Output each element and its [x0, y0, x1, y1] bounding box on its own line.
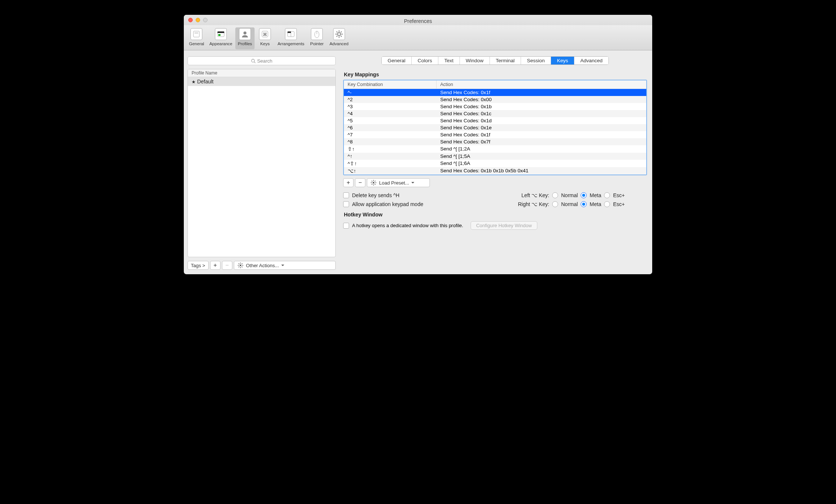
- toolbar-item-profiles[interactable]: Profiles: [235, 27, 255, 49]
- svg-point-22: [252, 59, 255, 62]
- left-opt-normal-radio[interactable]: [552, 192, 558, 198]
- remove-mapping-button[interactable]: −: [355, 178, 365, 187]
- key-mapping-row[interactable]: ^⇧↑Send ^[ [1;6A: [344, 160, 646, 167]
- action-cell: Send Hex Codes: 0x1f: [437, 131, 646, 138]
- hotkey-checkbox[interactable]: [343, 223, 349, 229]
- key-mapping-row[interactable]: ^2Send Hex Codes: 0x00: [344, 96, 646, 103]
- tab-terminal[interactable]: Terminal: [490, 57, 521, 64]
- key-mapping-row[interactable]: ^↑Send ^[ [1;5A: [344, 153, 646, 160]
- left-opt-meta-radio[interactable]: [581, 192, 587, 198]
- checkbox-icon[interactable]: [343, 201, 349, 207]
- tab-general[interactable]: General: [382, 57, 412, 64]
- key-mapping-row[interactable]: ^8Send Hex Codes: 0x7f: [344, 138, 646, 145]
- tab-window[interactable]: Window: [460, 57, 490, 64]
- key-mappings-table[interactable]: Key Combination Action ^-Send Hex Codes:…: [343, 80, 647, 175]
- toolbar-item-general[interactable]: General: [187, 27, 206, 49]
- normal-label: Normal: [561, 201, 578, 207]
- tab-session[interactable]: Session: [521, 57, 551, 64]
- main-panel: GeneralColorsTextWindowTerminalSessionKe…: [342, 56, 648, 270]
- action-cell: Send Hex Codes: 0x1e: [437, 124, 646, 131]
- toolbar-item-label: General: [189, 42, 204, 46]
- key-combo-cell: ^2: [344, 96, 437, 103]
- zoom-icon[interactable]: [203, 18, 208, 22]
- toolbar-item-appearance[interactable]: Appearance: [207, 27, 235, 49]
- right-opt-meta-radio[interactable]: [581, 201, 587, 207]
- right-opt-normal-radio[interactable]: [552, 201, 558, 207]
- minimize-icon[interactable]: [196, 18, 200, 22]
- other-actions-button[interactable]: Other Actions...: [234, 261, 336, 270]
- svg-line-23: [254, 62, 255, 63]
- hotkey-option: A hotkey opens a dedicated window with t…: [343, 221, 647, 230]
- left-opt-label: Left ⌥ Key:: [521, 192, 549, 198]
- allow-keypad-option[interactable]: Allow application keypad mode: [343, 201, 423, 207]
- key-mapping-row[interactable]: ^-Send Hex Codes: 0x1f: [344, 89, 646, 96]
- tab-keys[interactable]: Keys: [551, 57, 574, 64]
- svg-line-29: [238, 263, 239, 264]
- tab-text[interactable]: Text: [438, 57, 460, 64]
- preferences-window: Preferences GeneralAppearanceProfiles⌘Ke…: [184, 15, 652, 274]
- load-preset-button[interactable]: Load Preset...: [367, 178, 430, 187]
- col-key-combination[interactable]: Key Combination: [344, 80, 437, 89]
- gear-icon: [370, 179, 377, 186]
- svg-point-24: [239, 265, 241, 266]
- arrangements-icon: [285, 28, 297, 40]
- profiles-icon: [239, 28, 251, 40]
- action-cell: Send Hex Codes: 0x1d: [437, 117, 646, 124]
- sidebar: Search Profile Name ★ Default Tags > + −…: [188, 56, 336, 270]
- appearance-icon: [215, 28, 227, 40]
- subtabs: GeneralColorsTextWindowTerminalSessionKe…: [342, 56, 648, 65]
- tags-button[interactable]: Tags >: [188, 261, 209, 270]
- toolbar-item-label: Keys: [260, 42, 270, 46]
- close-icon[interactable]: [188, 18, 193, 22]
- key-combo-cell: ⌥↑: [344, 167, 437, 175]
- col-action[interactable]: Action: [437, 80, 646, 89]
- svg-line-19: [341, 36, 342, 37]
- toolbar-item-pointer[interactable]: Pointer: [307, 27, 326, 49]
- add-mapping-button[interactable]: +: [343, 178, 354, 187]
- delete-sends-option[interactable]: Delete key sends ^H: [343, 192, 423, 198]
- toolbar: GeneralAppearanceProfiles⌘KeysArrangemen…: [184, 25, 652, 50]
- key-combo-cell: ^4: [344, 110, 437, 117]
- toolbar-item-label: Arrangements: [278, 42, 304, 46]
- svg-line-21: [341, 32, 342, 33]
- svg-point-5: [243, 32, 246, 34]
- toolbar-item-keys[interactable]: ⌘Keys: [255, 27, 275, 49]
- add-profile-button[interactable]: +: [210, 261, 220, 270]
- key-mapping-row[interactable]: ^6Send Hex Codes: 0x1e: [344, 124, 646, 131]
- toolbar-item-advanced[interactable]: Advanced: [327, 27, 351, 49]
- key-mapping-row[interactable]: ⇧↑Send ^[ [1;2A: [344, 145, 646, 153]
- key-mapping-row[interactable]: ^4Send Hex Codes: 0x1c: [344, 110, 646, 117]
- keys-icon: ⌘: [259, 28, 271, 40]
- meta-label: Meta: [590, 201, 601, 207]
- key-mapping-row[interactable]: ⌥↑Send Hex Codes: 0x1b 0x1b 0x5b 0x41: [344, 167, 646, 175]
- action-cell: Send Hex Codes: 0x7f: [437, 138, 646, 145]
- key-mappings-title: Key Mappings: [344, 72, 648, 77]
- remove-profile-button[interactable]: −: [222, 261, 232, 270]
- key-mapping-row[interactable]: ^7Send Hex Codes: 0x1f: [344, 131, 646, 138]
- general-icon: [190, 28, 202, 40]
- right-option-key-group: Right ⌥ Key: Normal Meta Esc+: [518, 201, 625, 207]
- toolbar-item-label: Advanced: [329, 42, 348, 46]
- content: Search Profile Name ★ Default Tags > + −…: [184, 52, 652, 274]
- key-mapping-row[interactable]: ^5Send Hex Codes: 0x1d: [344, 117, 646, 124]
- options-row: Delete key sends ^H Allow application ke…: [343, 192, 647, 207]
- action-cell: Send ^[ [1;6A: [437, 160, 646, 167]
- search-input[interactable]: Search: [188, 56, 336, 65]
- action-cell: Send Hex Codes: 0x1c: [437, 110, 646, 117]
- traffic-lights: [188, 18, 208, 22]
- key-combo-cell: ^7: [344, 131, 437, 138]
- key-mappings-controls: + − Load Preset...: [343, 178, 647, 187]
- profile-row[interactable]: ★ Default: [188, 77, 335, 86]
- right-opt-esc-radio[interactable]: [604, 201, 610, 207]
- action-cell: Send Hex Codes: 0x1b: [437, 103, 646, 110]
- svg-line-39: [375, 184, 375, 185]
- delete-sends-label: Delete key sends ^H: [352, 192, 399, 198]
- checkbox-icon[interactable]: [343, 192, 349, 198]
- tab-advanced[interactable]: Advanced: [574, 57, 608, 64]
- toolbar-item-arrangements[interactable]: Arrangements: [275, 27, 306, 49]
- key-mapping-row[interactable]: ^3Send Hex Codes: 0x1b: [344, 103, 646, 110]
- svg-line-20: [336, 36, 338, 37]
- svg-rect-10: [288, 32, 291, 33]
- left-opt-esc-radio[interactable]: [604, 192, 610, 198]
- tab-colors[interactable]: Colors: [412, 57, 438, 64]
